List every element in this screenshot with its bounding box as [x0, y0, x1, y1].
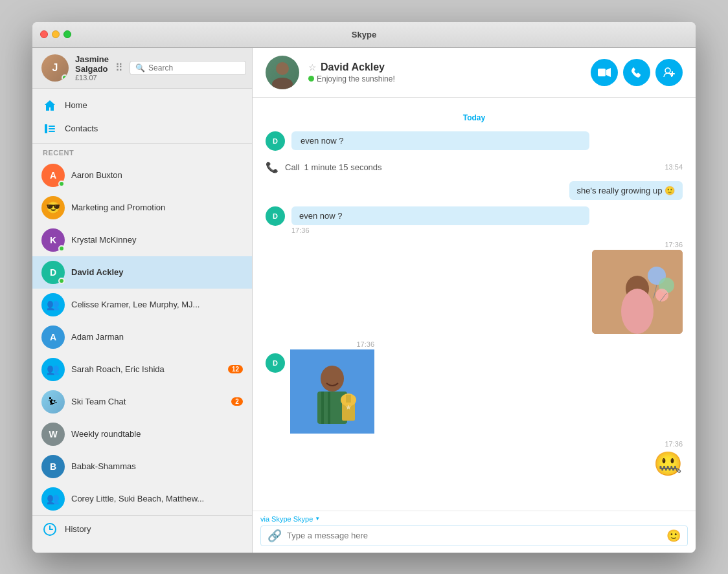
message-time: 17:36: [290, 340, 374, 348]
contact-name: Aaron Buxton: [71, 170, 243, 180]
message-content: 17:36 🤐: [654, 440, 683, 478]
dropdown-arrow-icon[interactable]: ▼: [315, 516, 320, 522]
svg-rect-2: [49, 128, 55, 129]
message-row: D even now ?: [266, 131, 683, 151]
date-divider: Today: [266, 113, 683, 122]
chat-header: ☆ David Ackley Enjoying the sunshine!: [253, 48, 696, 98]
message-content: even now ? 17:36: [291, 206, 683, 234]
profile-actions: ⠿ 🔍: [115, 61, 246, 75]
chat-contact-avatar: [266, 56, 299, 89]
contact-name: Marketing and Promotion: [71, 203, 243, 212]
maximize-button[interactable]: [63, 30, 71, 38]
call-time: 13:54: [665, 163, 683, 171]
nav-contacts[interactable]: Contacts: [32, 117, 252, 140]
svg-rect-27: [321, 392, 324, 424]
chat-contact-name: David Ackley: [321, 61, 385, 73]
list-item[interactable]: A Adam Jarman: [32, 321, 252, 353]
svg-rect-3: [49, 131, 55, 132]
profile-credit: £13.07: [75, 74, 109, 82]
avatar: A: [41, 164, 65, 187]
search-bar[interactable]: 🔍: [130, 61, 246, 75]
chat-messages: Today D even now ? 📞 Call 1 minute 15 se…: [253, 98, 696, 511]
list-item[interactable]: 👥 Corey Little, Suki Beach, Matthew...: [32, 483, 252, 515]
list-item[interactable]: K Krystal McKinney: [32, 224, 252, 256]
window-title: Skype: [352, 30, 376, 39]
list-item[interactable]: 😎 Marketing and Promotion: [32, 192, 252, 224]
message-row: D even now ? 17:36: [266, 206, 683, 234]
message-bubble: she's really growing up 🙂: [569, 181, 683, 200]
list-item[interactable]: 👥 Celisse Kramer, Lee Murphy, MJ...: [32, 289, 252, 321]
history-icon: [43, 522, 57, 536]
nav-contacts-label: Contacts: [65, 124, 98, 133]
call-text: Call 1 minute 15 seconds: [285, 162, 382, 172]
avatar: ⛷: [41, 390, 65, 414]
unread-badge: 2: [231, 397, 243, 406]
list-item[interactable]: W Weekly roundtable: [32, 418, 252, 450]
minimize-button[interactable]: [52, 30, 60, 38]
titlebar: Skype: [32, 22, 696, 48]
message-row: D 17:36: [266, 340, 683, 434]
skype-label: Skype: [293, 515, 313, 523]
svg-point-25: [321, 366, 344, 392]
history-label: History: [65, 524, 91, 534]
online-indicator: [62, 74, 68, 81]
message-emoji: 🤐: [654, 450, 683, 478]
favorite-icon[interactable]: ☆: [308, 62, 317, 72]
message-image: [290, 349, 374, 434]
message-image: [592, 250, 683, 334]
contacts-icon: [43, 122, 57, 136]
app-window: Skype J Jasmine Salgado £13.07 ⠿ 🔍: [32, 22, 696, 553]
message-time: 17:36: [592, 241, 683, 248]
avatar: A: [41, 326, 65, 349]
svg-rect-1: [49, 126, 55, 127]
avatar[interactable]: J: [41, 54, 69, 82]
voice-call-button[interactable]: [623, 59, 650, 86]
nav-home-label: Home: [65, 100, 87, 110]
grid-icon[interactable]: ⠿: [115, 61, 123, 74]
message-time: 17:36: [291, 226, 683, 234]
list-item[interactable]: A Aaron Buxton: [32, 159, 252, 192]
profile-area: J Jasmine Salgado £13.07 ⠿ 🔍: [32, 48, 252, 89]
search-icon: 🔍: [135, 63, 145, 72]
list-item[interactable]: ⛷ Ski Team Chat 2: [32, 386, 252, 418]
recent-section-label: RECENT: [32, 144, 252, 159]
contact-name: Corey Little, Suki Beach, Matthew...: [71, 494, 243, 503]
svg-point-8: [272, 78, 293, 89]
svg-point-11: [665, 68, 670, 73]
list-item[interactable]: 👥 Sarah Roach, Eric Ishida 12: [32, 353, 252, 386]
history-nav-item[interactable]: History: [32, 515, 252, 543]
close-button[interactable]: [40, 30, 48, 38]
contact-name: Weekly roundtable: [71, 429, 243, 439]
traffic-lights: [40, 30, 71, 38]
message-content: she's really growing up 🙂: [266, 181, 683, 200]
message-row: she's really growing up 🙂: [266, 181, 683, 200]
via-skype-label: via Skype Skype ▼: [260, 515, 688, 523]
search-input[interactable]: [148, 63, 240, 72]
message-input[interactable]: [287, 531, 661, 540]
message-time: 17:36: [654, 440, 683, 448]
status-indicator: [58, 181, 65, 187]
profile-info: Jasmine Salgado £13.07: [75, 54, 109, 82]
video-call-button[interactable]: [591, 59, 618, 86]
left-section: Home Contacts: [32, 89, 252, 553]
nav-home[interactable]: Home: [32, 94, 252, 117]
svg-rect-28: [328, 392, 330, 424]
unread-badge: 12: [228, 365, 243, 373]
status-dot: [308, 76, 314, 82]
chat-status: Enjoying the sunshine!: [308, 74, 582, 83]
svg-point-20: [655, 289, 668, 302]
list-item[interactable]: B Babak-Shammas: [32, 450, 252, 483]
call-row: 📞 Call 1 minute 15 seconds 13:54: [266, 157, 683, 177]
svg-rect-9: [598, 69, 606, 76]
status-indicator: [58, 245, 65, 252]
list-item-david-ackley[interactable]: D David Ackley: [32, 256, 252, 289]
attach-button[interactable]: 🔗: [267, 529, 282, 543]
chat-name-row: ☆ David Ackley: [308, 61, 582, 73]
message-bubble: even now ?: [291, 206, 589, 225]
add-contact-button[interactable]: [655, 59, 683, 86]
nav-items: Home Contacts: [32, 89, 252, 144]
svg-rect-0: [45, 124, 47, 133]
svg-rect-31: [346, 395, 351, 403]
message-input-row: 🔗 🙂: [260, 525, 688, 546]
emoji-button[interactable]: 🙂: [666, 529, 681, 543]
